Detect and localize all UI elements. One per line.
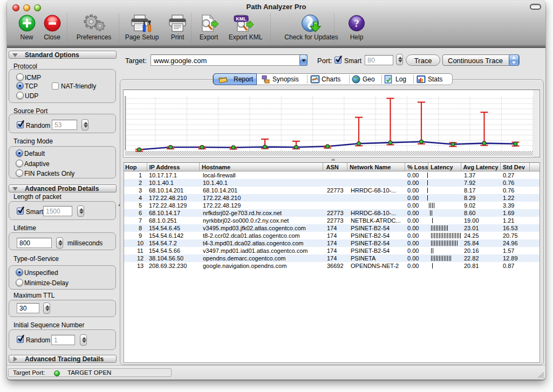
svg-text:KML: KML xyxy=(236,16,247,22)
